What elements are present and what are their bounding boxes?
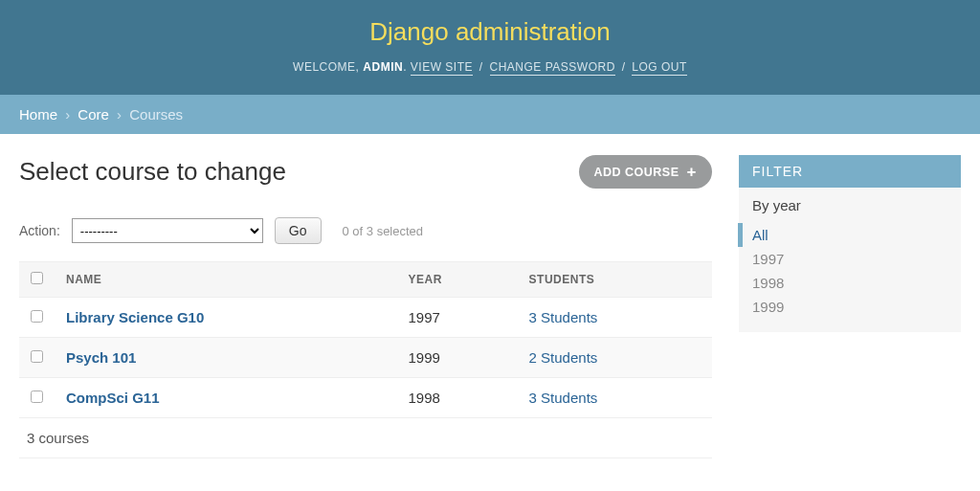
filter-option-link[interactable]: All xyxy=(752,227,768,243)
course-year: 1997 xyxy=(397,298,518,338)
view-site-link[interactable]: VIEW SITE xyxy=(411,60,473,76)
chevron-right-icon: › xyxy=(65,106,70,123)
add-button-label: ADD COURSE xyxy=(594,166,679,179)
site-title: Django administration xyxy=(0,17,980,47)
students-link[interactable]: 3 Students xyxy=(529,390,598,406)
filter-title: FILTER xyxy=(739,155,961,188)
course-year: 1999 xyxy=(397,338,518,378)
table-row: CompSci G1119983 Students xyxy=(19,378,712,418)
change-password-link[interactable]: CHANGE PASSWORD xyxy=(490,60,615,76)
breadcrumb-home[interactable]: Home xyxy=(19,106,57,123)
breadcrumb-app[interactable]: Core xyxy=(78,106,109,123)
user-tools: WELCOME, ADMIN. VIEW SITE / CHANGE PASSW… xyxy=(0,60,980,74)
students-link[interactable]: 2 Students xyxy=(529,349,598,366)
period: . xyxy=(403,60,407,74)
col-header-name[interactable]: NAME xyxy=(55,262,397,298)
course-name-link[interactable]: Psych 101 xyxy=(66,349,136,366)
go-button[interactable]: Go xyxy=(275,217,322,244)
filter-by-label: By year xyxy=(752,197,947,213)
separator: / xyxy=(479,60,483,74)
filter-option: All xyxy=(738,223,947,247)
filter-option: 1997 xyxy=(752,247,947,271)
separator: / xyxy=(622,60,626,74)
filter-option-link[interactable]: 1999 xyxy=(752,299,784,315)
add-course-button[interactable]: ADD COURSE + xyxy=(579,155,712,189)
selection-count: 0 of 3 selected xyxy=(343,224,424,238)
col-header-year[interactable]: YEAR xyxy=(397,262,518,298)
plus-icon: + xyxy=(687,164,697,180)
course-year: 1998 xyxy=(397,378,518,418)
action-label: Action: xyxy=(19,223,60,238)
welcome-text: WELCOME, xyxy=(293,60,359,74)
sidebar: FILTER By year All199719981999 xyxy=(739,155,961,458)
filter-list: All199719981999 xyxy=(752,223,947,319)
row-checkbox[interactable] xyxy=(31,391,43,403)
select-all-checkbox[interactable] xyxy=(31,272,43,284)
main-content: Select course to change ADD COURSE + Act… xyxy=(19,155,712,458)
row-checkbox[interactable] xyxy=(31,310,43,323)
filter-option: 1999 xyxy=(752,295,947,319)
breadcrumb-current: Courses xyxy=(129,106,183,123)
table-row: Library Science G1019973 Students xyxy=(19,298,712,338)
filter-option: 1998 xyxy=(752,271,947,295)
paginator: 3 courses xyxy=(19,418,712,458)
course-name-link[interactable]: CompSci G11 xyxy=(66,390,160,406)
filter-option-link[interactable]: 1998 xyxy=(752,275,784,291)
username: ADMIN xyxy=(363,60,403,74)
col-header-students[interactable]: STUDENTS xyxy=(518,262,712,298)
chevron-right-icon: › xyxy=(117,106,122,123)
row-checkbox[interactable] xyxy=(31,350,43,363)
table-row: Psych 10119992 Students xyxy=(19,338,712,378)
students-link[interactable]: 3 Students xyxy=(529,309,598,325)
course-name-link[interactable]: Library Science G10 xyxy=(66,309,204,325)
header: Django administration WELCOME, ADMIN. VI… xyxy=(0,0,980,95)
breadcrumb: Home › Core › Courses xyxy=(0,95,980,134)
filter-panel: FILTER By year All199719981999 xyxy=(739,155,961,332)
results-table: NAME YEAR STUDENTS Library Science G1019… xyxy=(19,261,712,418)
filter-option-link[interactable]: 1997 xyxy=(752,251,784,267)
action-bar: Action: --------- Go 0 of 3 selected xyxy=(19,217,712,244)
logout-link[interactable]: LOG OUT xyxy=(632,60,687,76)
action-select[interactable]: --------- xyxy=(72,218,263,243)
page-title: Select course to change xyxy=(19,157,286,187)
